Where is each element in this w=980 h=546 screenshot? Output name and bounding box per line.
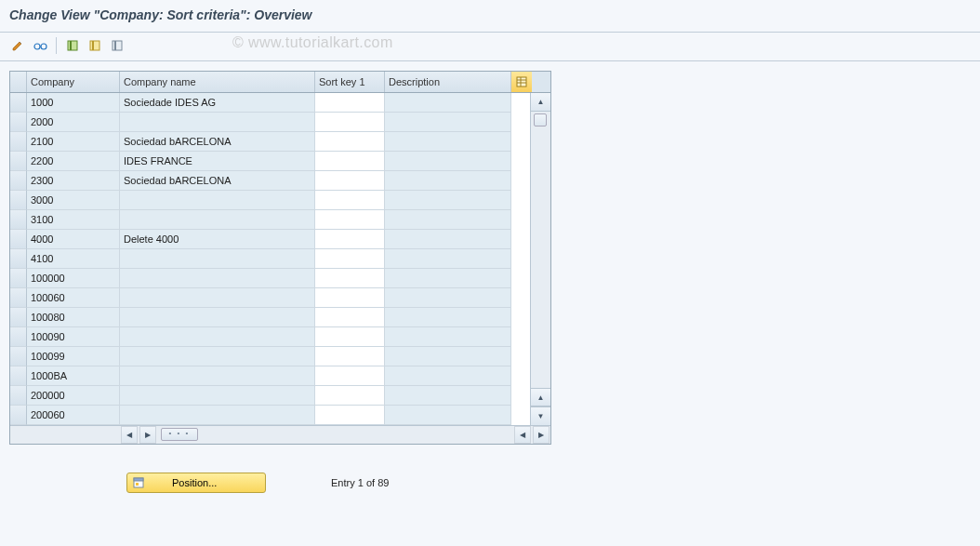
cell-description[interactable] [385, 347, 511, 366]
cell-company[interactable]: 2200 [27, 152, 120, 171]
row-selector[interactable] [10, 327, 27, 347]
cell-company[interactable]: 2000 [27, 113, 120, 132]
row-selector[interactable] [10, 93, 27, 113]
scroll-up-button[interactable]: ▲ [531, 93, 550, 112]
cell-company[interactable]: 4100 [27, 249, 120, 269]
cell-company[interactable]: 1000BA [27, 366, 120, 386]
cell-description[interactable] [385, 230, 511, 249]
cell-sort-key[interactable] [315, 327, 385, 347]
cell-company[interactable]: 200060 [27, 406, 120, 425]
cell-company[interactable]: 200000 [27, 386, 120, 406]
cell-description[interactable] [385, 327, 511, 347]
cell-company[interactable]: 100060 [27, 288, 120, 308]
cell-company-name[interactable]: IDES FRANCE [120, 152, 315, 171]
cell-company[interactable]: 3100 [27, 210, 120, 230]
row-selector[interactable] [10, 171, 27, 191]
cell-company-name[interactable] [120, 191, 315, 210]
other-view-button[interactable] [30, 36, 50, 55]
hscroll-thumb[interactable]: • • • [161, 428, 198, 441]
row-selector[interactable] [10, 288, 27, 308]
row-selector[interactable] [10, 347, 27, 366]
cell-company-name[interactable] [120, 308, 315, 327]
scroll-left-end-button[interactable]: ◀ [514, 426, 531, 444]
scroll-down-small-button[interactable]: ▲ [531, 388, 550, 406]
cell-company-name[interactable] [120, 366, 315, 386]
cell-description[interactable] [385, 366, 511, 386]
cell-company-name[interactable]: Delete 4000 [120, 230, 315, 249]
horizontal-scrollbar[interactable]: ◀ ▶ • • • ◀ ▶ [10, 425, 550, 444]
cell-company[interactable]: 3000 [27, 191, 120, 210]
cell-description[interactable] [385, 386, 511, 406]
cell-company-name[interactable] [120, 113, 315, 132]
configure-columns-button[interactable] [511, 72, 532, 92]
cell-sort-key[interactable] [315, 366, 385, 386]
cell-company-name[interactable] [120, 288, 315, 308]
cell-company[interactable]: 4000 [27, 230, 120, 249]
change-button[interactable] [7, 36, 28, 55]
cell-sort-key[interactable] [315, 171, 385, 191]
cell-description[interactable] [385, 171, 511, 191]
cell-description[interactable] [385, 288, 511, 308]
row-selector[interactable] [10, 366, 27, 386]
cell-description[interactable] [385, 93, 511, 113]
cell-sort-key[interactable] [315, 230, 385, 249]
cell-sort-key[interactable] [315, 269, 385, 288]
scroll-track[interactable] [531, 112, 550, 388]
scroll-right-button[interactable]: ▶ [533, 426, 550, 444]
cell-sort-key[interactable] [315, 249, 385, 269]
cell-company-name[interactable] [120, 406, 315, 425]
column-company[interactable]: Company [27, 72, 120, 92]
row-selector[interactable] [10, 308, 27, 327]
column-selector[interactable] [10, 72, 27, 92]
deselect-all-button[interactable] [107, 36, 127, 55]
row-selector[interactable] [10, 210, 27, 230]
cell-description[interactable] [385, 132, 511, 152]
cell-sort-key[interactable] [315, 347, 385, 366]
cell-sort-key[interactable] [315, 191, 385, 210]
cell-company-name[interactable] [120, 347, 315, 366]
cell-sort-key[interactable] [315, 152, 385, 171]
cell-company-name[interactable]: Sociedad bARCELONA [120, 132, 315, 152]
position-button[interactable]: Position... [126, 473, 266, 493]
cell-company[interactable]: 100090 [27, 327, 120, 347]
cell-company[interactable]: 100099 [27, 347, 120, 366]
cell-company-name[interactable] [120, 327, 315, 347]
cell-company[interactable]: 100080 [27, 308, 120, 327]
cell-company-name[interactable]: Sociedad bARCELONA [120, 171, 315, 191]
cell-company-name[interactable] [120, 269, 315, 288]
row-selector[interactable] [10, 249, 27, 269]
column-description[interactable]: Description [385, 72, 511, 92]
cell-description[interactable] [385, 152, 511, 171]
cell-description[interactable] [385, 191, 511, 210]
cell-sort-key[interactable] [315, 132, 385, 152]
cell-company[interactable]: 2300 [27, 171, 120, 191]
cell-company[interactable]: 100000 [27, 269, 120, 288]
cell-company-name[interactable] [120, 386, 315, 406]
column-company-name[interactable]: Company name [120, 72, 315, 92]
cell-description[interactable] [385, 249, 511, 269]
cell-company-name[interactable] [120, 249, 315, 269]
scroll-thumb[interactable] [534, 113, 547, 127]
cell-description[interactable] [385, 269, 511, 288]
vertical-scrollbar[interactable]: ▲ ▲ ▼ [530, 93, 550, 425]
select-all-button[interactable] [62, 36, 83, 55]
row-selector[interactable] [10, 230, 27, 249]
cell-description[interactable] [385, 210, 511, 230]
cell-sort-key[interactable] [315, 210, 385, 230]
cell-company-name[interactable]: Sociedade IDES AG [120, 93, 315, 113]
row-selector[interactable] [10, 386, 27, 406]
scroll-left-button[interactable]: ◀ [121, 426, 138, 444]
column-sort-key[interactable]: Sort key 1 [315, 72, 385, 92]
cell-sort-key[interactable] [315, 93, 385, 113]
cell-sort-key[interactable] [315, 406, 385, 425]
row-selector[interactable] [10, 152, 27, 171]
select-block-button[interactable] [85, 36, 105, 55]
row-selector[interactable] [10, 191, 27, 210]
cell-sort-key[interactable] [315, 113, 385, 132]
row-selector[interactable] [10, 269, 27, 288]
cell-company[interactable]: 2100 [27, 132, 120, 152]
row-selector[interactable] [10, 113, 27, 132]
cell-sort-key[interactable] [315, 386, 385, 406]
scroll-down-button[interactable]: ▼ [531, 406, 550, 425]
cell-sort-key[interactable] [315, 288, 385, 308]
